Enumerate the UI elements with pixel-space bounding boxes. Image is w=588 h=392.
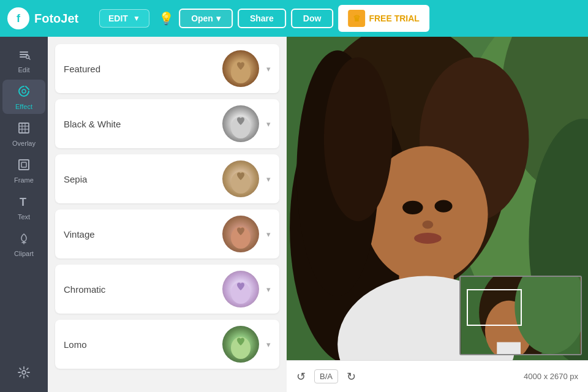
- effect-category-lomo[interactable]: Lomo▾: [55, 320, 279, 369]
- effect-thumb-black-white: [222, 105, 259, 142]
- effect-category-vintage[interactable]: Vintage▾: [55, 209, 279, 258]
- sidebar-clipart-label: Clipart: [14, 250, 34, 257]
- sidebar-edit-label: Edit: [18, 66, 30, 74]
- effect-arrow-lomo: ▾: [266, 340, 271, 349]
- svg-point-33: [324, 57, 393, 221]
- free-trial-button[interactable]: ♛ FREE TRIAL: [338, 5, 429, 32]
- svg-rect-11: [19, 160, 29, 170]
- svg-point-14: [22, 371, 26, 374]
- rotate-left-icon[interactable]: ↺: [296, 370, 306, 383]
- edit-icon: [17, 48, 31, 64]
- sidebar-item-overlay[interactable]: Overlay: [2, 116, 45, 151]
- effect-panel: ‹ Featured▾Black & White▾Sepia▾Vintage▾C…: [48, 37, 287, 392]
- bulb-icon[interactable]: 💡: [159, 11, 174, 26]
- svg-point-35: [435, 200, 453, 213]
- rotate-right-icon[interactable]: ↻: [347, 370, 356, 383]
- header-center: 💡 Open ▾ Share Dow ♛ FREE TRIAL: [159, 5, 429, 32]
- effect-category-featured[interactable]: Featured▾: [55, 44, 279, 93]
- svg-line-4: [29, 58, 30, 59]
- effect-arrow-black-white: ▾: [266, 119, 271, 129]
- edit-dropdown-arrow: ▼: [133, 14, 140, 23]
- effect-category-sepia[interactable]: Sepia▾: [55, 154, 279, 203]
- svg-rect-12: [21, 162, 26, 167]
- effect-category-black-white[interactable]: Black & White▾: [55, 99, 279, 148]
- effect-thumb-chromatic: [222, 271, 259, 307]
- ba-label: B/A: [320, 372, 333, 381]
- sidebar-item-frame[interactable]: Frame: [2, 153, 45, 187]
- sidebar-text-label: Text: [18, 213, 30, 221]
- effect-thumb-vintage: [222, 216, 259, 252]
- free-trial-label: FREE TRIAL: [369, 13, 419, 23]
- sidebar-item-text[interactable]: T Text: [2, 190, 45, 224]
- effect-label-featured: Featured: [64, 64, 215, 74]
- effect-arrow-vintage: ▾: [266, 230, 271, 239]
- effect-categories: Featured▾Black & White▾Sepia▾Vintage▾Chr…: [55, 44, 279, 369]
- effect-category-chromatic[interactable]: Chromatic▾: [55, 265, 279, 314]
- effect-thumb-lomo: [222, 326, 259, 363]
- svg-point-5: [22, 89, 26, 93]
- sidebar-item-settings[interactable]: [2, 361, 45, 386]
- sidebar: Edit Effect Over: [0, 37, 48, 392]
- svg-rect-41: [497, 342, 521, 354]
- effect-thumb-featured: [222, 50, 259, 87]
- svg-point-34: [402, 201, 423, 214]
- share-button[interactable]: Share: [238, 9, 286, 28]
- dimension-text: 4000 x 2670 px: [524, 372, 578, 381]
- edit-label: EDIT: [108, 13, 128, 23]
- logo-text: FotoJet: [34, 12, 78, 26]
- effect-arrow-featured: ▾: [266, 64, 271, 74]
- frame-icon: [17, 158, 31, 175]
- canvas-area: ↺ B/A ↻ 4000 x 2670 px: [287, 37, 588, 392]
- effect-label-lomo: Lomo: [64, 339, 215, 350]
- sidebar-item-edit[interactable]: Edit: [2, 43, 45, 77]
- download-button[interactable]: Dow: [291, 9, 334, 28]
- settings-icon: [17, 366, 31, 382]
- mini-preview-image: [461, 277, 581, 354]
- sidebar-overlay-label: Overlay: [12, 140, 36, 147]
- sidebar-item-effect[interactable]: Effect: [2, 80, 45, 114]
- effect-arrow-chromatic: ▾: [266, 285, 271, 294]
- main: Edit Effect Over: [0, 37, 588, 392]
- effect-arrow-sepia: ▾: [266, 175, 271, 184]
- clipart-icon: [17, 232, 31, 248]
- svg-rect-6: [19, 123, 29, 133]
- logo-icon: f: [7, 7, 29, 29]
- bottom-toolbar: ↺ B/A ↻ 4000 x 2670 px: [287, 360, 588, 392]
- mini-preview: [459, 276, 582, 355]
- effect-label-black-white: Black & White: [64, 119, 215, 129]
- svg-point-37: [414, 233, 442, 244]
- effect-icon: [17, 85, 31, 101]
- open-arrow-icon: ▾: [216, 13, 221, 23]
- open-button[interactable]: Open ▾: [179, 9, 233, 28]
- sidebar-frame-label: Frame: [14, 176, 34, 184]
- text-icon: T: [17, 195, 31, 211]
- sidebar-item-clipart[interactable]: Clipart: [2, 227, 45, 261]
- crown-icon: ♛: [348, 10, 365, 27]
- svg-point-36: [422, 221, 433, 228]
- effect-label-chromatic: Chromatic: [64, 284, 215, 295]
- overlay-icon: [17, 121, 31, 138]
- header: f FotoJet EDIT ▼ 💡 Open ▾ Share Dow ♛ FR…: [0, 0, 588, 37]
- effect-label-vintage: Vintage: [64, 229, 215, 239]
- svg-text:T: T: [20, 196, 26, 208]
- edit-dropdown[interactable]: EDIT ▼: [99, 9, 149, 28]
- mini-viewport-indicator: [467, 289, 522, 326]
- effect-thumb-sepia: [222, 160, 259, 197]
- ba-toggle[interactable]: B/A: [314, 369, 338, 383]
- effect-label-sepia: Sepia: [64, 174, 215, 184]
- logo-area: f FotoJet: [7, 7, 93, 29]
- sidebar-effect-label: Effect: [15, 103, 32, 110]
